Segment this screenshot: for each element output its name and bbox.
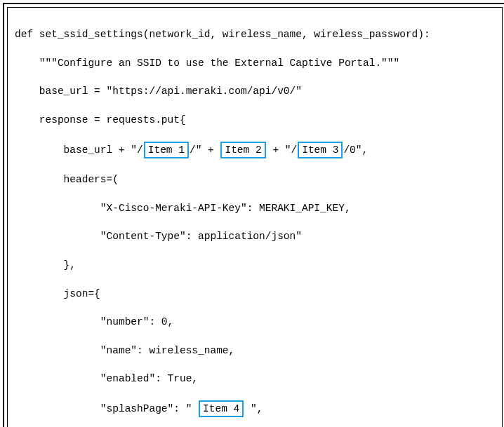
item-2-placeholder[interactable]: Item 2 — [220, 142, 265, 158]
code-text: ", — [244, 403, 263, 414]
inner-frame: def set_ssid_settings(network_id, wirele… — [7, 7, 503, 427]
code-block: def set_ssid_settings(network_id, wirele… — [15, 13, 495, 427]
item-1-placeholder[interactable]: Item 1 — [144, 142, 189, 158]
code-text: "splashPage": " — [15, 403, 198, 414]
code-line: base_url = "https://api.meraki.com/api/v… — [15, 84, 495, 98]
code-line: response = requests.put{ — [15, 113, 495, 127]
code-text: + "/ — [267, 144, 298, 156]
code-line: "number": 0, — [15, 315, 495, 329]
code-text: /" + — [190, 144, 220, 156]
code-line: base_url + "/Item 1/" + Item 2 + "/Item … — [15, 142, 495, 158]
code-line: def set_ssid_settings(network_id, wirele… — [15, 27, 495, 41]
code-line: headers=( — [15, 172, 495, 187]
code-line: }, — [15, 258, 495, 272]
code-line: "name": wireless_name, — [15, 344, 495, 358]
code-line: """Configure an SSID to use the External… — [15, 56, 495, 70]
code-text: base_url + "/ — [15, 144, 143, 156]
code-line: "X-Cisco-Meraki-API-Key": MERAKI_API_KEY… — [15, 201, 495, 215]
code-line: "enabled": True, — [15, 372, 495, 386]
item-3-placeholder[interactable]: Item 3 — [298, 142, 343, 158]
code-line: json={ — [15, 287, 495, 301]
outer-frame: def set_ssid_settings(network_id, wirele… — [3, 3, 504, 427]
code-line: "Content-Type": application/json" — [15, 229, 495, 243]
code-text: /0", — [343, 144, 368, 156]
code-line: "splashPage": " Item 4 ", — [15, 400, 495, 417]
item-4-placeholder[interactable]: Item 4 — [199, 400, 244, 417]
